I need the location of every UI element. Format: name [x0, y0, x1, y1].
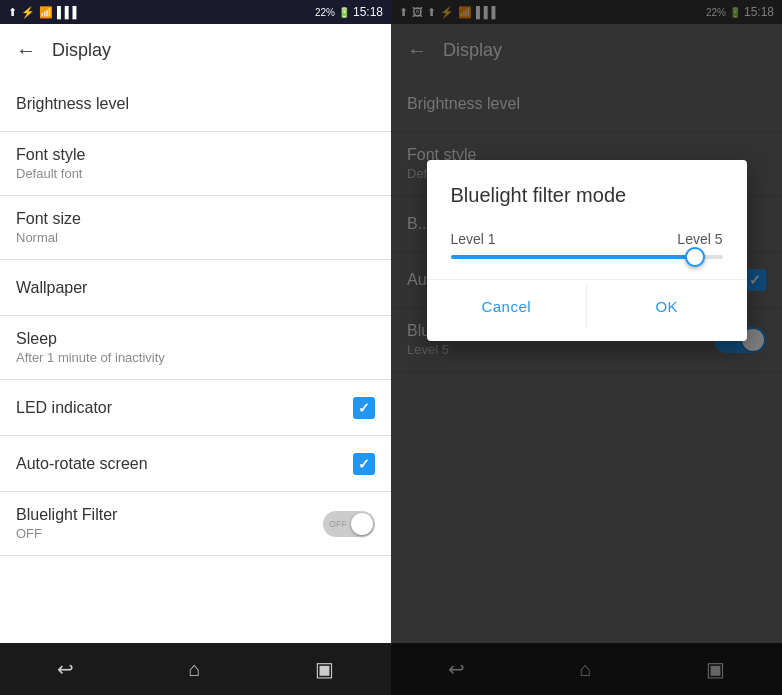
bluelight-filter-dialog: Bluelight filter mode Level 1 Level 5 Ca…: [427, 160, 747, 341]
status-bar-right-icons: 22% 🔋 15:18: [315, 5, 383, 19]
signal-icon: ▌▌▌: [57, 6, 80, 18]
setting-wallpaper[interactable]: Wallpaper: [0, 260, 391, 316]
wifi-icon: 📶: [39, 6, 53, 19]
upload-icon: ⬆: [8, 6, 17, 19]
slider-track: [451, 255, 723, 259]
back-button-left[interactable]: ←: [16, 39, 36, 62]
bluelight-title: Bluelight Filter: [16, 506, 323, 524]
setting-sleep[interactable]: Sleep After 1 minute of inactivity: [0, 316, 391, 380]
page-title-left: Display: [52, 40, 111, 61]
battery-icon-left: 🔋: [338, 7, 350, 18]
bluetooth-icon: ⚡: [21, 6, 35, 19]
font-style-title: Font style: [16, 146, 375, 164]
status-bar-left-icons: ⬆ ⚡ 📶 ▌▌▌: [8, 6, 80, 19]
setting-led[interactable]: LED indicator: [0, 380, 391, 436]
font-style-subtitle: Default font: [16, 166, 375, 181]
slider-fill: [451, 255, 696, 259]
setting-font-style[interactable]: Font style Default font: [0, 132, 391, 196]
bluelight-toggle-off[interactable]: [323, 511, 375, 537]
dialog-title: Bluelight filter mode: [451, 184, 723, 207]
top-bar-left: ← Display: [0, 24, 391, 76]
setting-bluelight[interactable]: Bluelight Filter OFF: [0, 492, 391, 556]
back-nav-left[interactable]: ↩: [41, 649, 90, 689]
dialog-overlay: Bluelight filter mode Level 1 Level 5 Ca…: [391, 0, 782, 695]
setting-brightness[interactable]: Brightness level: [0, 76, 391, 132]
left-panel: ⬆ ⚡ 📶 ▌▌▌ 22% 🔋 15:18 ← Display Brightne…: [0, 0, 391, 695]
dialog-buttons: Cancel OK: [427, 279, 747, 333]
sleep-subtitle: After 1 minute of inactivity: [16, 350, 375, 365]
dialog-slider-labels: Level 1 Level 5: [451, 231, 723, 247]
autorotate-checkbox[interactable]: [353, 453, 375, 475]
setting-autorotate[interactable]: Auto-rotate screen: [0, 436, 391, 492]
font-size-title: Font size: [16, 210, 375, 228]
bluelight-subtitle: OFF: [16, 526, 323, 541]
right-panel: ⬆ 🖼 ⬆ ⚡ 📶 ▌▌▌ 22% 🔋 15:18 ← Display Brig…: [391, 0, 782, 695]
toggle-thumb-off: [351, 513, 373, 535]
status-bar-left: ⬆ ⚡ 📶 ▌▌▌ 22% 🔋 15:18: [0, 0, 391, 24]
wallpaper-title: Wallpaper: [16, 279, 375, 297]
autorotate-title: Auto-rotate screen: [16, 455, 353, 473]
settings-list-left: Brightness level Font style Default font…: [0, 76, 391, 643]
battery-percent-left: 22%: [315, 7, 335, 18]
bottom-nav-left: ↩ ⌂ ▣: [0, 643, 391, 695]
sleep-title: Sleep: [16, 330, 375, 348]
home-nav-left[interactable]: ⌂: [172, 650, 216, 689]
ok-button[interactable]: OK: [586, 284, 747, 329]
font-size-subtitle: Normal: [16, 230, 375, 245]
cancel-button[interactable]: Cancel: [427, 284, 587, 329]
setting-font-size[interactable]: Font size Normal: [0, 196, 391, 260]
brightness-title: Brightness level: [16, 95, 375, 113]
recents-nav-left[interactable]: ▣: [299, 649, 350, 689]
time-left: 15:18: [353, 5, 383, 19]
led-checkbox[interactable]: [353, 397, 375, 419]
slider-label-right: Level 5: [677, 231, 722, 247]
slider-label-left: Level 1: [451, 231, 496, 247]
led-title: LED indicator: [16, 399, 353, 417]
slider-thumb[interactable]: [685, 247, 705, 267]
slider-container[interactable]: [451, 255, 723, 259]
